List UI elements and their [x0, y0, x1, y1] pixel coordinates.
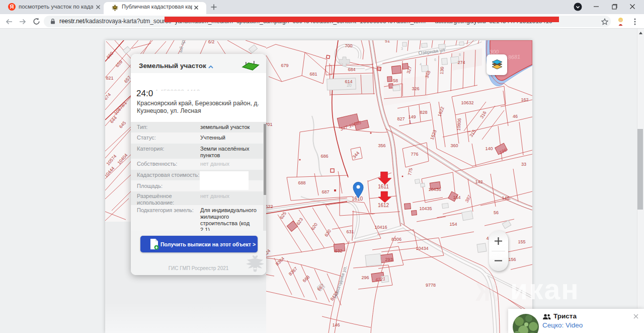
svg-text:10435: 10435 [419, 206, 432, 211]
svg-text:274: 274 [457, 60, 465, 65]
svg-text:10404: 10404 [116, 153, 128, 165]
svg-text:154: 154 [449, 222, 457, 227]
svg-text:146: 146 [332, 322, 340, 327]
svg-text:679: 679 [281, 63, 288, 68]
svg-text:631: 631 [346, 229, 354, 234]
svg-text:8306: 8306 [391, 237, 401, 242]
svg-text:8: 8 [459, 53, 461, 56]
svg-text:Озерная ул: Озерная ул [418, 47, 445, 55]
svg-text:1623: 1623 [429, 129, 437, 141]
svg-text:360: 360 [450, 143, 458, 148]
svg-text:9778: 9778 [426, 283, 436, 288]
svg-text:20: 20 [347, 83, 352, 88]
svg-text:33: 33 [521, 162, 526, 167]
svg-text:Ж: Ж [475, 278, 499, 306]
svg-text:645: 645 [118, 120, 127, 129]
svg-text:296: 296 [361, 275, 369, 280]
svg-text:293: 293 [385, 257, 392, 262]
svg-text:686: 686 [320, 154, 328, 159]
svg-text:6: 6 [434, 58, 436, 61]
svg-text:58: 58 [393, 78, 398, 83]
svg-text:51: 51 [385, 40, 390, 43]
svg-text:142: 142 [475, 179, 482, 184]
svg-text:8364: 8364 [275, 256, 285, 267]
svg-text:8681: 8681 [508, 53, 520, 60]
svg-text:140: 140 [485, 146, 493, 151]
svg-text:828: 828 [420, 110, 427, 115]
svg-text:326: 326 [412, 86, 419, 91]
svg-text:8367: 8367 [288, 266, 298, 277]
svg-text:776: 776 [411, 152, 418, 157]
svg-text:4: 4 [486, 236, 489, 241]
svg-text:688: 688 [298, 180, 305, 185]
svg-text:356: 356 [378, 143, 385, 148]
svg-text:6/2: 6/2 [208, 40, 215, 44]
svg-text:10806: 10806 [456, 118, 462, 131]
svg-text:644: 644 [109, 115, 118, 124]
svg-text:821: 821 [106, 76, 113, 81]
svg-text:10436: 10436 [428, 187, 441, 192]
svg-text:ый пр: ый пр [177, 40, 186, 53]
svg-text:668: 668 [302, 275, 311, 284]
svg-text:10444: 10444 [105, 166, 116, 178]
svg-text:4221: 4221 [375, 276, 385, 282]
svg-text:10574: 10574 [105, 154, 117, 166]
svg-text:10416: 10416 [374, 225, 387, 230]
svg-text:622: 622 [265, 204, 273, 209]
svg-text:700: 700 [345, 43, 352, 48]
svg-text:344: 344 [352, 151, 360, 160]
svg-text:1: 1 [409, 119, 411, 124]
svg-text:620: 620 [310, 222, 318, 231]
svg-text:162: 162 [521, 97, 528, 102]
svg-text:1612: 1612 [378, 203, 389, 208]
svg-text:1622: 1622 [437, 106, 445, 117]
svg-text:155: 155 [518, 239, 525, 244]
svg-text:156: 156 [508, 257, 516, 262]
svg-text:10878/1: 10878/1 [113, 100, 128, 116]
svg-text:674: 674 [105, 92, 112, 101]
svg-text:3: 3 [401, 47, 403, 50]
svg-text:632: 632 [335, 248, 342, 253]
svg-text:667: 667 [316, 283, 326, 292]
svg-text:149: 149 [408, 114, 416, 119]
svg-text:681: 681 [309, 72, 317, 77]
svg-text:623: 623 [295, 217, 304, 226]
svg-text:164: 164 [453, 195, 460, 200]
svg-text:687: 687 [321, 189, 329, 194]
svg-text:775: 775 [407, 168, 413, 176]
svg-text:1611: 1611 [378, 184, 389, 189]
svg-text:4: 4 [420, 62, 422, 66]
svg-text:46: 46 [513, 114, 518, 119]
svg-text:Новогодняя ул.: Новогодняя ул. [332, 265, 348, 299]
svg-text:56: 56 [494, 210, 499, 215]
svg-text:10632: 10632 [461, 100, 473, 105]
svg-text:10434: 10434 [416, 246, 428, 251]
svg-text:630: 630 [324, 229, 332, 238]
svg-text:827: 827 [397, 116, 405, 121]
svg-text:130: 130 [439, 66, 445, 75]
svg-text:659: 659 [115, 59, 123, 69]
svg-text:146: 146 [502, 195, 509, 201]
svg-text:684: 684 [348, 67, 355, 72]
